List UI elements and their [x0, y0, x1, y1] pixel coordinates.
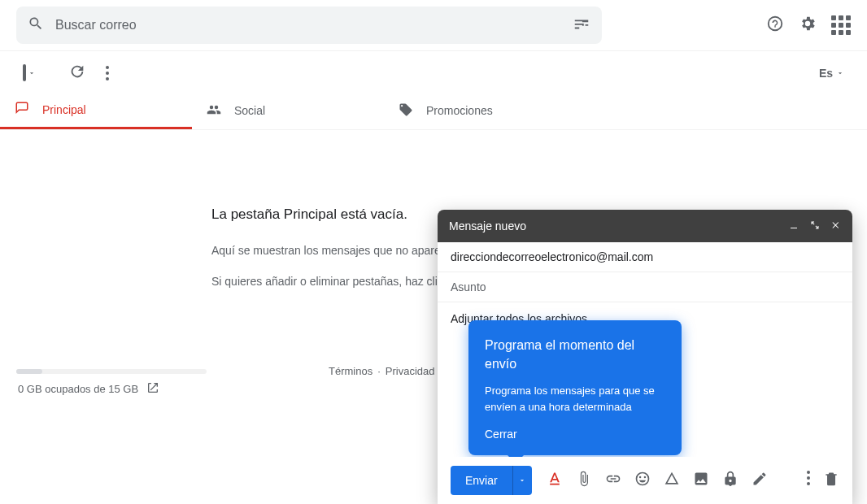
confidential-icon[interactable]: [722, 471, 738, 490]
inbox-icon: [15, 101, 29, 118]
storage-usage: 0 GB ocupados de 15 GB: [18, 381, 159, 397]
compose-title: Mensaje nuevo: [449, 219, 526, 232]
compose-titlebar[interactable]: Mensaje nuevo: [438, 210, 852, 242]
tab-label: Social: [234, 104, 265, 117]
drive-icon[interactable]: [664, 471, 680, 490]
compose-more-icon[interactable]: [807, 471, 810, 490]
footer-links: Términos · Privacidad · P: [329, 365, 455, 377]
search-icon: [28, 15, 44, 35]
promo-body: Programa los mensajes para que se envíen…: [485, 383, 665, 415]
discard-icon[interactable]: [823, 471, 839, 490]
apps-icon[interactable]: [831, 15, 851, 35]
people-icon: [207, 102, 221, 119]
photo-icon[interactable]: [693, 471, 709, 490]
format-icon[interactable]: [547, 471, 563, 490]
attach-icon[interactable]: [576, 471, 592, 490]
search-options-icon[interactable]: [573, 15, 590, 36]
send-options-button[interactable]: [512, 466, 532, 495]
toolbar: Es: [0, 50, 867, 92]
emoji-icon[interactable]: [634, 471, 651, 490]
settings-icon[interactable]: [799, 15, 817, 36]
language-label: Es: [819, 67, 833, 80]
storage-text: 0 GB ocupados de 15 GB: [18, 383, 138, 395]
compose-to-value: direcciondecorreoelectronico@mail.com: [451, 250, 653, 263]
promo-title: Programa el momento del envío: [485, 337, 665, 373]
compose-window: Mensaje nuevo direcciondecorreoelectroni…: [438, 210, 852, 504]
close-icon[interactable]: [831, 219, 841, 232]
compose-toolbar: Enviar: [438, 457, 852, 504]
refresh-icon[interactable]: [68, 63, 86, 84]
footer-link-privacy[interactable]: Privacidad: [386, 365, 435, 377]
signature-icon[interactable]: [752, 471, 768, 490]
category-tabs: Principal Social Promociones: [0, 92, 867, 130]
compose-to-field[interactable]: direcciondecorreoelectronico@mail.com: [438, 242, 852, 272]
scroll-track[interactable]: [16, 369, 207, 374]
footer-link-terms[interactable]: Términos: [329, 365, 373, 377]
schedule-promo: Programa el momento del envío Programa l…: [468, 320, 682, 455]
tab-label: Promociones: [426, 104, 493, 117]
select-dropdown-icon[interactable]: [28, 66, 36, 80]
tab-principal[interactable]: Principal: [0, 92, 192, 129]
send-button[interactable]: Enviar: [451, 466, 512, 495]
tab-label: Principal: [42, 103, 86, 116]
promo-close-link[interactable]: Cerrar: [485, 428, 665, 441]
scroll-thumb[interactable]: [16, 369, 42, 374]
link-icon[interactable]: [605, 471, 621, 490]
tab-promociones[interactable]: Promociones: [384, 92, 576, 129]
search-placeholder: Buscar correo: [55, 18, 573, 33]
help-icon[interactable]: [766, 15, 784, 36]
search-bar[interactable]: Buscar correo: [16, 7, 602, 44]
select-all-checkbox[interactable]: [23, 66, 26, 80]
compose-subject-field[interactable]: Asunto: [438, 272, 852, 302]
tab-social[interactable]: Social: [192, 92, 384, 129]
more-actions-icon[interactable]: [106, 66, 109, 80]
open-storage-icon[interactable]: [146, 381, 159, 397]
send-button-group: Enviar: [451, 466, 532, 495]
tag-icon: [399, 102, 413, 119]
expand-icon[interactable]: [810, 219, 820, 232]
minimize-icon[interactable]: [789, 219, 799, 232]
header: Buscar correo: [0, 0, 867, 50]
compose-subject-placeholder: Asunto: [451, 280, 486, 293]
language-toggle[interactable]: Es: [819, 67, 844, 80]
